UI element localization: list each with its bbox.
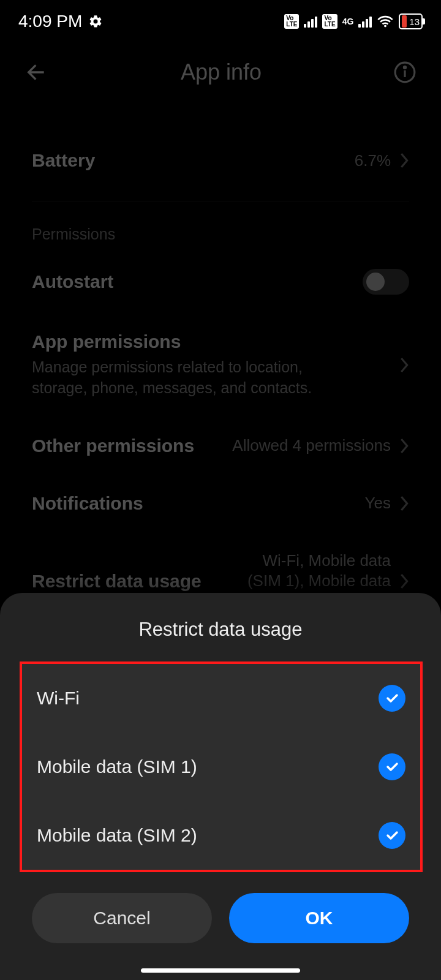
cancel-button[interactable]: Cancel <box>32 893 212 943</box>
ok-button[interactable]: OK <box>229 893 409 943</box>
option-label: Mobile data (SIM 2) <box>37 825 197 846</box>
volte-icon: VoLTE <box>284 14 299 29</box>
checkmark-icon <box>379 822 405 849</box>
back-icon[interactable] <box>24 60 49 85</box>
row-autostart-title: Autostart <box>32 271 113 292</box>
chevron-right-icon <box>399 573 409 590</box>
status-left: 4:09 PM <box>18 12 103 31</box>
signal-sim2-icon <box>358 15 372 28</box>
row-app-permissions[interactable]: App permissions Manage permissions relat… <box>32 313 409 417</box>
row-battery[interactable]: Battery 6.7% <box>32 132 409 189</box>
home-indicator[interactable] <box>141 968 300 973</box>
dialog-buttons: Cancel OK <box>0 872 441 980</box>
chevron-right-icon <box>399 152 409 169</box>
signal-sim1-icon <box>304 15 317 28</box>
row-autostart[interactable]: Autostart <box>32 251 409 313</box>
fourg-icon: 4G <box>342 17 354 26</box>
row-appperms-title: App permissions <box>32 331 338 352</box>
row-otherperms-title: Other permissions <box>32 435 194 456</box>
checkmark-icon <box>379 685 405 712</box>
autostart-toggle[interactable] <box>363 269 409 295</box>
gear-icon <box>88 14 103 29</box>
status-right: VoLTE VoLTE 4G 13 <box>284 13 423 29</box>
row-other-permissions[interactable]: Other permissions Allowed 4 permissions <box>32 417 409 475</box>
option-mobile-sim1[interactable]: Mobile data (SIM 1) <box>34 733 408 801</box>
row-otherperms-value: Allowed 4 permissions <box>232 436 391 455</box>
svg-point-2 <box>404 66 405 68</box>
chevron-right-icon <box>399 495 409 512</box>
section-header-permissions: Permissions <box>0 208 441 251</box>
row-notifications-value: Yes <box>365 494 391 513</box>
row-appperms-sub: Manage permissions related to location, … <box>32 357 338 399</box>
status-bar: 4:09 PM VoLTE VoLTE 4G 13 <box>0 0 441 43</box>
restrict-data-dialog: Restrict data usage Wi-Fi Mobile data (S… <box>0 593 441 980</box>
option-label: Wi-Fi <box>37 688 80 709</box>
row-restrict-title: Restrict data usage <box>32 571 202 592</box>
row-notifications-title: Notifications <box>32 493 143 514</box>
status-time: 4:09 PM <box>18 12 82 31</box>
volte2-icon: VoLTE <box>322 14 337 29</box>
title-bar: App info <box>0 43 441 101</box>
chevron-right-icon <box>399 437 409 454</box>
battery-pct: 13 <box>409 17 420 27</box>
option-wifi[interactable]: Wi-Fi <box>34 664 408 733</box>
battery-icon: 13 <box>399 13 423 29</box>
option-label: Mobile data (SIM 1) <box>37 756 197 777</box>
page-title: App info <box>67 59 375 85</box>
row-notifications[interactable]: Notifications Yes <box>32 475 409 532</box>
option-mobile-sim2[interactable]: Mobile data (SIM 2) <box>34 801 408 870</box>
wifi-icon <box>377 15 394 28</box>
dialog-options: Wi-Fi Mobile data (SIM 1) Mobile data (S… <box>20 662 423 872</box>
chevron-right-icon <box>399 356 409 374</box>
divider <box>32 202 409 202</box>
info-icon[interactable] <box>393 61 417 84</box>
svg-point-0 <box>395 62 415 82</box>
row-battery-value: 6.7% <box>355 151 391 170</box>
dialog-title: Restrict data usage <box>0 593 441 662</box>
checkmark-icon <box>379 753 405 780</box>
row-battery-title: Battery <box>32 150 95 171</box>
